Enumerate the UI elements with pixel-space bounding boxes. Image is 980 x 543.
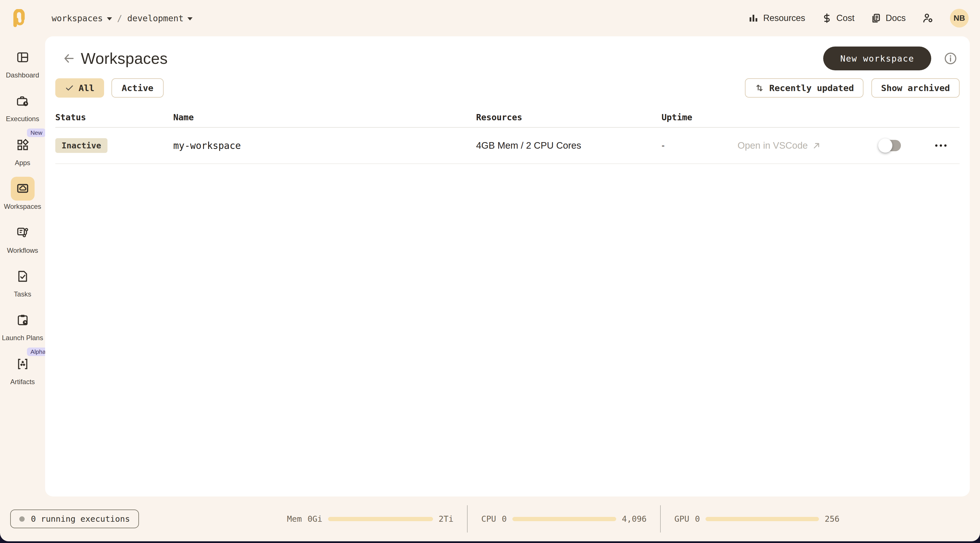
gpu-meter-bar (705, 517, 819, 521)
show-archived-button[interactable]: Show archived (872, 78, 959, 97)
docs-icon (871, 13, 881, 23)
main-panel: Workspaces New workspace All (45, 36, 970, 497)
nav-resources[interactable]: Resources (748, 13, 805, 23)
mem-meter-label: Mem (287, 514, 302, 524)
status-badge: Inactive (55, 138, 107, 153)
dollar-icon (822, 13, 832, 23)
avatar-initials: NB (954, 14, 965, 23)
chevron-down-icon (188, 17, 192, 21)
cpu-meter-label: CPU (481, 514, 496, 524)
nav-docs[interactable]: Docs (871, 13, 906, 23)
nav-docs-label: Docs (886, 13, 906, 23)
workspace-toggle[interactable] (879, 140, 901, 151)
top-bar: workspaces / development Resources (0, 0, 980, 36)
external-arrow-icon (812, 141, 821, 150)
dashboard-icon (16, 51, 29, 64)
new-badge: New (27, 129, 46, 137)
arrow-left-icon (63, 52, 75, 65)
page-title: Workspaces (81, 49, 168, 67)
filter-active[interactable]: Active (111, 78, 164, 97)
sidebar-item-dashboard[interactable]: Dashboard (0, 45, 45, 79)
app-window: workspaces / development Resources (0, 0, 980, 541)
bar-chart-icon (748, 13, 759, 23)
sidebar-item-executions[interactable]: Executions (0, 89, 45, 123)
status-dot-icon (19, 516, 25, 522)
workspaces-icon (16, 182, 29, 195)
sidebar-item-label: Workspaces (4, 203, 41, 210)
running-executions-pill[interactable]: 0 running executions (10, 510, 139, 528)
back-button[interactable] (63, 52, 75, 65)
executions-icon (16, 94, 29, 108)
open-in-vscode-link[interactable]: Open in VSCode (738, 140, 879, 151)
cpu-meter-max: 4,096 (622, 514, 646, 524)
launch-plans-icon (16, 314, 29, 326)
sort-button[interactable]: Recently updated (745, 78, 864, 97)
sort-arrows-icon (754, 83, 764, 93)
user-settings-button[interactable] (922, 13, 934, 24)
filter-all-label: All (78, 83, 94, 93)
new-workspace-button[interactable]: New workspace (823, 46, 931, 70)
tasks-icon (16, 270, 29, 283)
cpu-meter-current: 0 (502, 514, 507, 524)
mem-meter-bar (328, 517, 433, 521)
sidebar-item-workspaces[interactable]: Workspaces (0, 177, 45, 210)
table-row[interactable]: Inactive my-workspace 4GB Mem / 2 CPU Co… (55, 128, 959, 164)
breadcrumb-project-dropdown[interactable]: workspaces (52, 13, 112, 23)
cpu-meter: CPU 0 4,096 (481, 514, 646, 524)
nav-cost-label: Cost (837, 13, 855, 23)
gpu-meter-current: 0 (695, 514, 700, 524)
column-status: Status (55, 112, 173, 122)
artifacts-icon (16, 357, 29, 371)
workspaces-table: Status Name Resources Uptime Inactive my… (55, 107, 959, 164)
sort-button-label: Recently updated (769, 83, 854, 93)
sidebar-item-label: Tasks (14, 290, 31, 298)
filter-active-label: Active (122, 83, 153, 93)
breadcrumb: workspaces / development (52, 13, 192, 23)
filter-all[interactable]: All (55, 78, 104, 97)
check-icon (65, 83, 74, 92)
breadcrumb-domain-label: development (127, 13, 184, 23)
workspace-resources: 4GB Mem / 2 CPU Cores (476, 140, 662, 151)
sidebar-item-label: Workflows (7, 247, 38, 254)
column-name: Name (173, 112, 476, 122)
sidebar-item-apps[interactable]: New Apps (0, 133, 45, 167)
row-menu-button[interactable] (935, 144, 959, 146)
avatar[interactable]: NB (950, 9, 969, 27)
cpu-meter-bar (512, 517, 616, 521)
workspace-name: my-workspace (173, 140, 476, 151)
sidebar-item-label: Dashboard (6, 72, 39, 79)
info-button[interactable] (944, 52, 957, 65)
column-uptime: Uptime (662, 112, 738, 122)
apps-icon (16, 139, 29, 151)
breadcrumb-domain-dropdown[interactable]: development (127, 13, 193, 23)
union-logo-icon[interactable] (11, 9, 26, 27)
gpu-meter-max: 256 (825, 514, 839, 524)
sidebar-item-label: Launch Plans (2, 334, 43, 342)
workspace-uptime: - (662, 140, 738, 151)
nav-resources-label: Resources (763, 13, 805, 23)
gpu-meter: GPU 0 256 (674, 514, 839, 524)
page-header: Workspaces New workspace (55, 45, 959, 72)
breadcrumb-project-label: workspaces (52, 13, 103, 23)
running-executions-label: 0 running executions (31, 514, 130, 524)
nav-cost[interactable]: Cost (822, 13, 855, 23)
top-nav: Resources Cost Docs (748, 9, 969, 27)
mem-meter: Mem 0Gi 2Ti (287, 514, 453, 524)
status-bar: 0 running executions Mem 0Gi 2Ti CPU 0 4… (0, 497, 980, 541)
info-icon (944, 52, 957, 65)
divider (660, 505, 661, 532)
user-gear-icon (922, 13, 934, 24)
sidebar-item-workflows[interactable]: Workflows (0, 221, 45, 254)
divider (467, 505, 468, 532)
filter-toolbar: All Active Recently updated Show archive… (55, 78, 959, 97)
sidebar: Dashboard Executions New (0, 36, 45, 494)
sidebar-item-label: Artifacts (10, 378, 35, 385)
sidebar-item-tasks[interactable]: Tasks (0, 264, 45, 298)
chevron-down-icon (107, 17, 112, 21)
gpu-meter-label: GPU (674, 514, 689, 524)
sidebar-item-label: Executions (6, 115, 39, 123)
sidebar-item-artifacts[interactable]: Alpha Artifacts (0, 352, 45, 385)
sidebar-item-launch-plans[interactable]: Launch Plans (0, 308, 45, 342)
column-resources: Resources (476, 112, 662, 122)
breadcrumb-separator: / (117, 13, 122, 23)
